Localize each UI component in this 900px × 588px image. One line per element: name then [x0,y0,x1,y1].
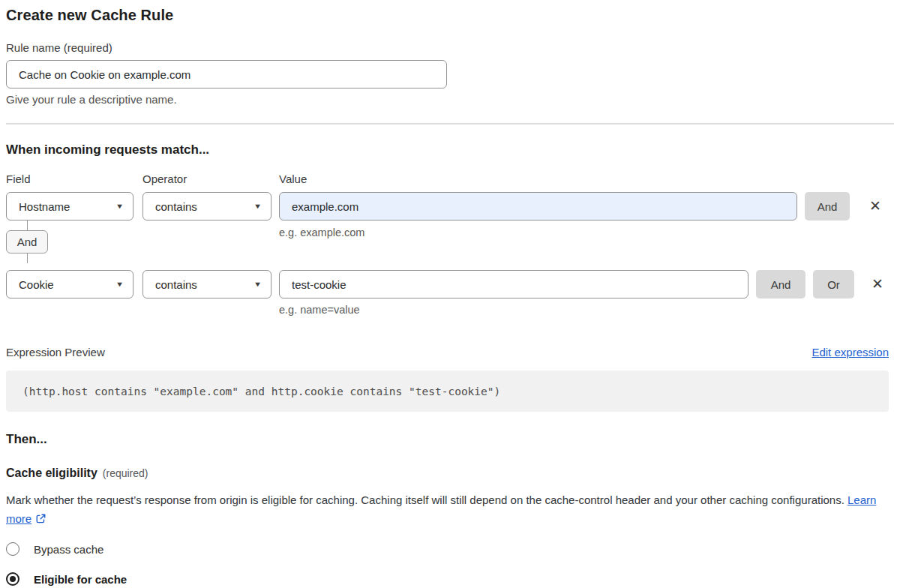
description-text: Mark whether the request’s response from… [6,494,848,506]
chevron-down-icon: ▼ [116,202,124,210]
external-link-icon [35,513,46,524]
radio-eligible-for-cache[interactable]: Eligible for cache [6,572,889,586]
rule-name-label: Rule name (required) [6,41,889,55]
radio-icon[interactable] [6,542,20,556]
edit-expression-link[interactable]: Edit expression [812,346,889,358]
expression-preview-header: Expression Preview Edit expression [6,346,889,358]
add-and-condition-button[interactable]: And [756,270,806,298]
radio-label: Eligible for cache [34,573,127,586]
expression-preview-label: Expression Preview [6,346,105,358]
match-heading: When incoming requests match... [6,142,889,158]
condition-row: Hostname ▼ contains ▼ And ✕ [6,192,889,220]
section-divider [6,123,894,124]
radio-label: Bypass cache [34,543,104,556]
create-cache-rule-page: Create new Cache Rule Rule name (require… [0,6,889,586]
page-title: Create new Cache Rule [6,6,889,24]
field-select-value: Hostname [19,200,70,213]
remove-condition-icon[interactable]: ✕ [864,192,886,220]
operator-column-label: Operator [142,172,272,185]
rule-name-helper: Give your rule a descriptive name. [6,93,889,106]
chevron-down-icon: ▼ [116,280,124,288]
value-input[interactable] [279,270,748,298]
operator-select[interactable]: contains ▼ [142,270,272,298]
field-select-value: Cookie [19,278,54,291]
condition-column-labels: Field Operator Value [6,172,889,185]
field-column-label: Field [6,172,134,185]
value-hint: e.g. example.com [279,226,364,239]
chevron-down-icon: ▼ [254,202,262,210]
operator-select-value: contains [155,200,197,213]
field-select[interactable]: Cookie ▼ [6,270,134,298]
remove-condition-icon[interactable]: ✕ [866,270,889,298]
condition-row: Cookie ▼ contains ▼ And Or ✕ [6,270,889,298]
add-and-condition-button[interactable]: And [805,192,850,220]
required-note: (required) [103,467,148,479]
value-column-label: Value [279,172,307,185]
cache-eligibility-title: Cache eligibility [6,466,98,479]
value-hint: e.g. name=value [279,303,889,316]
cache-eligibility-heading: Cache eligibility(required) [6,466,889,481]
connector-and-chip: And [6,230,48,254]
logical-connector: And [6,220,48,263]
expression-preview-code: (http.host contains "example.com" and ht… [6,370,889,412]
radio-icon[interactable] [6,572,20,586]
value-input[interactable] [279,192,797,220]
cache-eligibility-description: Mark whether the request’s response from… [6,490,880,528]
chevron-down-icon: ▼ [254,280,262,288]
field-select[interactable]: Hostname ▼ [6,192,134,220]
rule-name-input[interactable] [6,60,447,88]
add-or-condition-button[interactable]: Or [813,270,854,298]
operator-select[interactable]: contains ▼ [142,192,272,220]
condition-connector-area: e.g. example.com And [6,220,889,263]
then-heading: Then... [6,432,889,447]
operator-select-value: contains [155,278,197,291]
radio-bypass-cache[interactable]: Bypass cache [6,542,889,556]
